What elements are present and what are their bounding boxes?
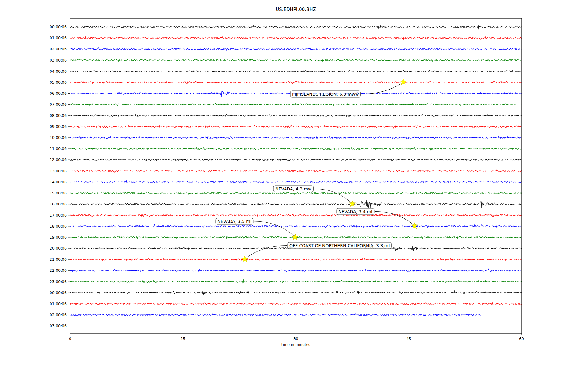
row-label-10: 10:00:06: [50, 135, 67, 140]
helicorder-chart: 00:00:0601:00:0602:00:0603:00:0604:00:06…: [0, 0, 588, 368]
row-label-11: 11:00:06: [50, 146, 67, 151]
event-label-text-2: NEVADA, 3.4 ml: [338, 209, 372, 214]
row-label-0: 00:00:06: [50, 25, 67, 29]
row-label-15: 15:00:06: [50, 191, 67, 195]
trace-row-17: [70, 214, 522, 217]
helicorder-page: US.EDHPI.00.BHZ 00:00:0601:00:0602:00:06…: [0, 0, 588, 368]
row-label-21: 21:00:06: [50, 257, 67, 262]
x-tick-label-45: 45: [406, 336, 411, 341]
event-leader-line-4: [245, 246, 287, 259]
x-tick-label-60: 60: [519, 336, 524, 341]
row-label-27: 03:00:06: [50, 324, 67, 328]
trace-row-13: [70, 170, 522, 173]
row-label-1: 01:00:06: [50, 36, 67, 40]
row-label-8: 08:00:06: [50, 113, 67, 118]
event-leader-line-1: [314, 189, 352, 204]
event-label-text-3: NEVADA, 3.5 ml: [217, 219, 251, 224]
trace-row-21: [70, 258, 522, 261]
trace-row-0: [70, 25, 522, 29]
x-tick-label-15: 15: [181, 336, 186, 341]
event-marker-star-2: [412, 223, 418, 229]
trace-row-26: [70, 313, 481, 316]
row-label-19: 19:00:06: [50, 235, 67, 240]
event-label-text-0: FIJI ISLANDS REGION, 6.3 mww: [292, 92, 359, 97]
event-marker-star-4: [242, 256, 248, 262]
row-label-26: 02:00:06: [50, 312, 67, 317]
event-leader-line-3: [254, 221, 295, 237]
row-label-6: 06:00:06: [50, 91, 67, 96]
row-label-5: 05:00:06: [50, 80, 67, 85]
trace-row-23: [70, 279, 522, 285]
x-tick-label-30: 30: [293, 336, 298, 341]
row-label-4: 04:00:06: [50, 69, 67, 74]
trace-row-24: [70, 290, 522, 295]
plot-frame: [70, 18, 522, 334]
row-label-25: 01:00:06: [50, 301, 67, 306]
row-label-14: 14:00:06: [50, 180, 67, 184]
trace-row-11: [70, 147, 522, 151]
event-label-text-1: NEVADA, 4.3 mw: [275, 186, 311, 191]
event-leader-line-0: [361, 82, 403, 94]
row-label-22: 22:00:06: [50, 268, 67, 273]
row-label-9: 09:00:06: [50, 124, 67, 129]
trace-row-12: [70, 159, 522, 161]
row-label-2: 02:00:06: [50, 47, 67, 51]
trace-row-25: [70, 302, 522, 305]
trace-row-22: [70, 269, 522, 272]
row-label-20: 20:00:06: [50, 246, 67, 251]
trace-row-9: [70, 125, 522, 128]
event-marker-star-3: [292, 234, 298, 240]
row-label-3: 03:00:06: [50, 58, 67, 63]
row-label-13: 13:00:06: [50, 169, 67, 173]
row-label-16: 16:00:06: [50, 202, 67, 206]
row-label-23: 23:00:06: [50, 279, 67, 284]
x-tick-label-0: 0: [69, 336, 71, 341]
event-marker-star-0: [400, 79, 407, 85]
event-marker-star-1: [349, 201, 356, 207]
row-label-12: 12:00:06: [50, 157, 67, 162]
row-label-24: 00:00:06: [50, 290, 67, 295]
x-axis-label: time in minutes: [281, 343, 310, 347]
row-label-17: 17:00:06: [50, 213, 67, 217]
event-label-text-4: OFF COAST OF NORTHERN CALIFORNIA, 3.3 ml: [289, 243, 390, 248]
row-label-18: 18:00:06: [50, 224, 67, 228]
row-label-7: 07:00:06: [50, 102, 67, 107]
